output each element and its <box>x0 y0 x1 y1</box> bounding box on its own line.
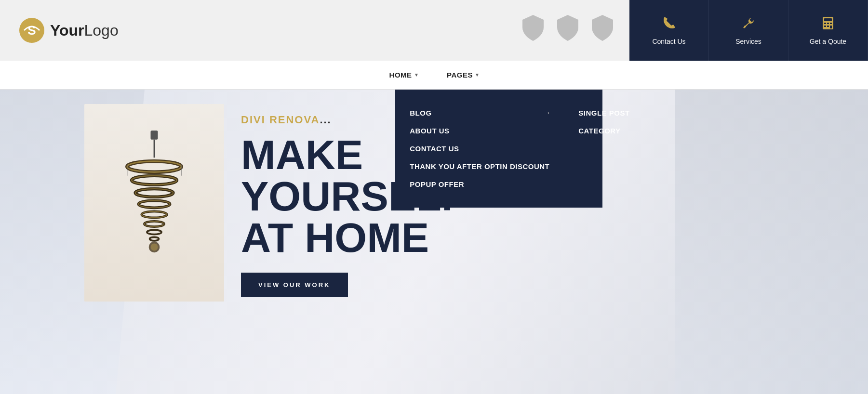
shield-icon-3 <box>590 14 615 47</box>
dropdown-blog-label: Blog <box>410 109 431 117</box>
phone-icon <box>662 16 676 34</box>
dropdown-about-label: About us <box>410 127 449 135</box>
top-header: S YourLogo <box>0 0 868 61</box>
dropdown-left-col: Blog › About us Contact us Thank you aft… <box>395 99 564 198</box>
nav-home-chevron: ▾ <box>415 72 418 78</box>
services-label: Services <box>735 38 761 45</box>
dropdown-item-about[interactable]: About us <box>395 122 564 140</box>
shield-icon-1 <box>521 14 546 47</box>
dropdown-category-label: Category <box>578 127 620 135</box>
nav-pages-label: PAGES <box>447 71 473 79</box>
svg-rect-9 <box>827 26 829 27</box>
main-nav: HOME ▾ PAGES ▾ Blog › About us Contact u… <box>0 61 868 90</box>
hero-title-line2: AT HOME <box>241 214 429 261</box>
dropdown-item-thankyou[interactable]: Thank you after optin discount <box>395 158 564 175</box>
dropdown-single-post-label: Single Post <box>578 109 629 117</box>
dropdown-right-col: Single Post Category <box>564 99 644 198</box>
dropdown-item-single-post[interactable]: Single Post <box>564 104 644 122</box>
svg-rect-4 <box>824 18 832 21</box>
svg-point-2 <box>744 26 746 27</box>
nav-pages[interactable]: PAGES ▾ Blog › About us Contact us Thank… <box>432 61 493 90</box>
dropdown-contact-label: Contact us <box>410 144 459 153</box>
wrench-icon <box>741 16 756 34</box>
header-nav-buttons: Contact Us Services <box>629 0 868 61</box>
pages-dropdown: Blog › About us Contact us Thank you aft… <box>395 90 602 208</box>
svg-point-28 <box>151 243 158 250</box>
svg-rect-7 <box>830 23 832 24</box>
dropdown-item-category[interactable]: Category <box>564 122 644 140</box>
dropdown-thankyou-label: Thank you after optin discount <box>410 162 549 171</box>
svg-point-26 <box>150 237 159 241</box>
dropdown-item-contact[interactable]: Contact us <box>395 140 564 158</box>
svg-rect-11 <box>151 131 158 140</box>
shield-icons-group <box>521 14 629 47</box>
svg-point-25 <box>147 230 161 234</box>
svg-rect-10 <box>830 26 832 28</box>
svg-rect-8 <box>824 26 826 27</box>
svg-rect-6 <box>827 23 829 24</box>
calculator-icon <box>821 16 835 34</box>
hero-curtain-right <box>675 90 868 394</box>
dropdown-popup-label: Popup offer <box>410 180 464 188</box>
dropdown-item-blog[interactable]: Blog › <box>395 104 564 122</box>
svg-text:S: S <box>27 23 36 38</box>
logo-bold: Your <box>50 22 84 39</box>
nav-pages-chevron: ▾ <box>476 72 479 78</box>
get-quote-button[interactable]: Get a Qoute <box>788 0 868 61</box>
logo-light: Logo <box>84 22 119 39</box>
svg-rect-5 <box>824 23 826 24</box>
contact-us-button[interactable]: Contact Us <box>629 0 709 61</box>
chandelier-background <box>84 104 224 302</box>
chandelier-frame <box>84 104 224 302</box>
contact-us-label: Contact Us <box>652 38 685 45</box>
chandelier-illustration <box>106 131 202 275</box>
blog-chevron-right: › <box>548 110 549 116</box>
services-button[interactable]: Services <box>709 0 788 61</box>
logo-text: YourLogo <box>50 22 119 39</box>
dropdown-item-popup[interactable]: Popup offer <box>395 175 564 193</box>
view-our-work-button[interactable]: VIEW OUR WORK <box>241 273 348 297</box>
nav-home-label: HOME <box>389 71 412 79</box>
shield-icon-2 <box>555 14 580 47</box>
logo-area: S YourLogo <box>0 18 521 43</box>
nav-home[interactable]: HOME ▾ <box>375 61 433 90</box>
logo-icon: S <box>19 18 44 43</box>
get-quote-label: Get a Qoute <box>810 38 846 45</box>
